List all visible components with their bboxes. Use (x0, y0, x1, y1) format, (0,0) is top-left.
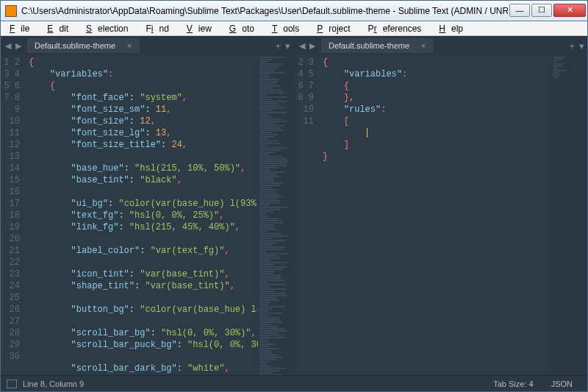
menu-help[interactable]: Help (433, 22, 475, 35)
tab-history-fwd-icon[interactable]: ▶ (308, 41, 317, 51)
menu-preferences[interactable]: Preferences (362, 22, 434, 35)
panel-switcher-icon[interactable] (7, 379, 17, 388)
titlebar[interactable]: C:\Users\Administrator\AppData\Roaming\S… (1, 1, 587, 21)
tab-history-back-icon[interactable]: ◀ (298, 41, 306, 51)
minimap-left[interactable] (258, 55, 293, 375)
window-title: C:\Users\Administrator\AppData\Roaming\S… (21, 6, 508, 16)
tab-dropdown-icon[interactable]: ▾ (579, 40, 584, 51)
menu-selection[interactable]: Selection (80, 22, 140, 35)
tab-right[interactable]: Default.sublime-theme × (321, 38, 434, 53)
new-tab-icon[interactable]: + (569, 40, 575, 51)
pane-right: ◀ ▶ Default.sublime-theme × + ▾ 2 3 4 5 … (295, 36, 587, 375)
menu-project[interactable]: Project (311, 22, 362, 35)
tab-history-fwd-icon[interactable]: ▶ (14, 41, 23, 51)
menu-file[interactable]: File (4, 22, 41, 35)
close-button[interactable]: ✕ (553, 4, 586, 17)
pane-left: ◀ ▶ Default.sublime-theme × + ▾ 1 2 3 4 … (1, 36, 295, 375)
minimize-button[interactable]: — (509, 4, 530, 17)
menu-tools[interactable]: Tools (266, 22, 311, 35)
tab-history-back-icon[interactable]: ◀ (4, 41, 12, 51)
menubar: File Edit Selection Find View Goto Tools… (1, 21, 587, 36)
editor-right[interactable]: 2 3 4 5 6 7 8 9 10 11 { "variables": { }… (295, 55, 587, 375)
gutter-left: 1 2 3 4 5 6 7 8 9 10 11 12 13 14 15 16 1… (1, 55, 26, 375)
window-controls: — ☐ ✕ (508, 4, 586, 18)
workspace: ◀ ▶ Default.sublime-theme × + ▾ 1 2 3 4 … (1, 36, 587, 375)
tab-label: Default.sublime-theme (35, 41, 115, 50)
tab-dropdown-icon[interactable]: ▾ (285, 40, 290, 51)
menu-view[interactable]: View (181, 22, 223, 35)
status-tabsize[interactable]: Tab Size: 4 (484, 379, 542, 388)
app-icon (5, 5, 17, 17)
tabbar-right: ◀ ▶ Default.sublime-theme × + ▾ (295, 36, 587, 55)
status-position[interactable]: Line 8, Column 9 (23, 379, 84, 388)
editor-left[interactable]: 1 2 3 4 5 6 7 8 9 10 11 12 13 14 15 16 1… (1, 55, 293, 375)
tab-left[interactable]: Default.sublime-theme × (27, 38, 140, 53)
app-window: C:\Users\Administrator\AppData\Roaming\S… (0, 0, 588, 392)
statusbar: Line 8, Column 9 Tab Size: 4 JSON (1, 375, 587, 391)
menu-edit[interactable]: Edit (41, 22, 80, 35)
menu-goto[interactable]: Goto (223, 22, 266, 35)
status-syntax[interactable]: JSON (542, 379, 581, 388)
gutter-right: 2 3 4 5 6 7 8 9 10 11 (295, 55, 320, 375)
new-tab-icon[interactable]: + (275, 40, 281, 51)
minimap-right[interactable] (552, 55, 587, 375)
code-left[interactable]: { "variables": { "font_face": "system", … (26, 55, 258, 375)
tab-close-icon[interactable]: × (127, 41, 132, 50)
tab-close-icon[interactable]: × (421, 41, 426, 50)
code-right[interactable]: { "variables": { }, "rules": [ ] } (320, 55, 552, 375)
tab-label: Default.sublime-theme (329, 41, 409, 50)
tabbar-left: ◀ ▶ Default.sublime-theme × + ▾ (1, 36, 293, 55)
maximize-button[interactable]: ☐ (531, 4, 552, 17)
menu-find[interactable]: Find (140, 22, 180, 35)
